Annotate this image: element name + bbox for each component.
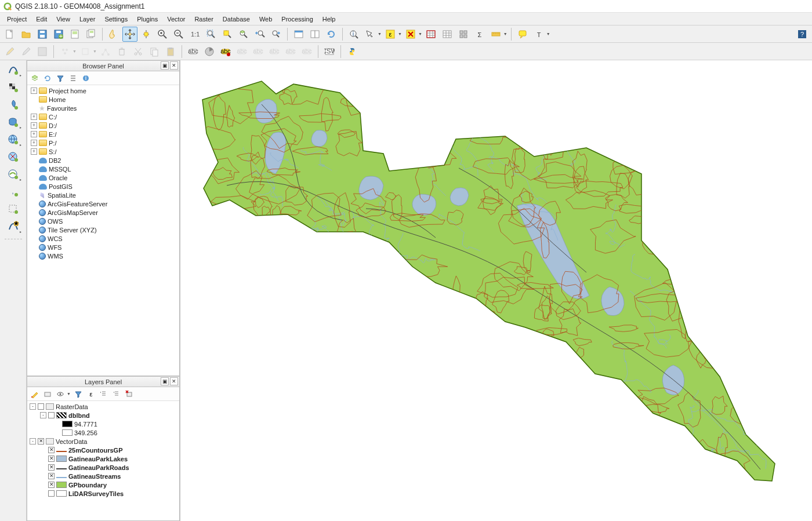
move-label-button[interactable]: abc <box>267 44 282 59</box>
dropdown-arrow-icon[interactable]: ▼ <box>546 32 550 36</box>
add-wms-layer-button[interactable]: ▸ <box>6 132 21 147</box>
field-calculator-button[interactable] <box>440 27 455 42</box>
python-console-button[interactable] <box>345 44 360 59</box>
close-panel-button[interactable]: ✕ <box>170 61 178 70</box>
properties-icon[interactable]: i <box>81 73 91 83</box>
layer-group[interactable]: -✕VectorData <box>28 437 178 446</box>
add-wcs-layer-button[interactable] <box>6 150 21 165</box>
zoom-in-button[interactable] <box>155 27 170 42</box>
help-button[interactable]: ? <box>795 27 810 42</box>
pin-labels-button[interactable]: abc <box>234 44 249 59</box>
browser-item[interactable]: +C:/ <box>28 112 178 121</box>
browser-item[interactable]: Home <box>28 95 178 104</box>
toggle-edit-button[interactable] <box>19 44 34 59</box>
refresh-button[interactable] <box>324 27 339 42</box>
layer-item[interactable]: -dblbnd <box>28 411 178 420</box>
pan-button[interactable] <box>122 27 137 42</box>
layer-item[interactable]: ✕GPboundary <box>28 480 178 489</box>
dropdown-arrow-icon[interactable]: ▼ <box>418 32 422 36</box>
undock-panel-button[interactable]: ▣ <box>161 61 169 70</box>
expand-toggle[interactable]: - <box>40 412 46 418</box>
close-panel-button[interactable]: ✕ <box>170 377 178 385</box>
menu-view[interactable]: View <box>52 14 75 24</box>
pan-to-selection-button[interactable] <box>139 27 154 42</box>
rotate-label-button[interactable]: abc <box>283 44 298 59</box>
browser-item[interactable]: +D:/ <box>28 121 178 130</box>
browser-item[interactable]: ArcGisFeatureServer <box>28 199 178 208</box>
add-wfs-layer-button[interactable]: ▸ <box>6 167 21 182</box>
composer-manager-button[interactable] <box>84 27 99 42</box>
layer-item[interactable]: ✕GatineauParkLakes <box>28 454 178 463</box>
expression-filter-icon[interactable]: ε <box>86 389 96 399</box>
zoom-next-button[interactable] <box>269 27 284 42</box>
deselect-button[interactable] <box>403 27 418 42</box>
layer-item[interactable]: ✕GatineauStreams <box>28 472 178 480</box>
change-label-button[interactable]: abc <box>299 44 314 59</box>
browser-item[interactable]: ArcGisMapServer <box>28 208 178 217</box>
menu-processing[interactable]: Processing <box>277 14 317 24</box>
save-as-button[interactable]: + <box>51 27 66 42</box>
label-highlight-button[interactable]: abc <box>218 44 233 59</box>
text-annotation-button[interactable]: T <box>531 27 546 42</box>
layer-checkbox[interactable] <box>38 403 44 410</box>
add-delimited-layer-button[interactable]: , <box>6 184 21 199</box>
filter-legend-icon[interactable] <box>73 389 84 399</box>
diagram-button[interactable] <box>202 44 217 59</box>
move-feature-button[interactable] <box>78 44 93 59</box>
add-vector-layer-button[interactable]: ▸ <box>6 63 21 78</box>
layer-item[interactable]: LiDARSurveyTiles <box>28 489 178 498</box>
browser-item[interactable]: Tile Server (XYZ) <box>28 225 178 234</box>
manage-visibility-icon[interactable] <box>55 389 66 399</box>
layer-checkbox[interactable]: ✕ <box>48 447 55 453</box>
zoom-full-button[interactable] <box>204 27 219 42</box>
layer-styling-icon[interactable] <box>30 389 40 399</box>
zoom-selection-button[interactable] <box>220 27 235 42</box>
collapse-all-icon[interactable] <box>68 73 78 83</box>
map-tips-button[interactable] <box>515 27 530 42</box>
select-features-button[interactable] <box>362 27 378 42</box>
layer-checkbox[interactable]: ✕ <box>48 473 55 479</box>
menu-settings[interactable]: Settings <box>100 14 132 24</box>
browser-item[interactable]: +S:/ <box>28 147 178 156</box>
add-feature-button[interactable] <box>57 44 72 59</box>
browser-item[interactable]: WFS <box>28 243 178 252</box>
layer-item[interactable]: ✕GatineauParkRoads <box>28 463 178 472</box>
menu-help[interactable]: Help <box>318 14 340 24</box>
select-expression-button[interactable]: ε <box>383 27 398 42</box>
expand-toggle[interactable]: - <box>30 403 36 410</box>
label-toolbar-button[interactable]: abc <box>186 44 201 59</box>
layer-group[interactable]: -RasterData <box>28 402 178 411</box>
layer-checkbox[interactable]: ✕ <box>48 464 55 471</box>
save-project-button[interactable] <box>35 27 50 42</box>
browser-item[interactable]: MSSQL <box>28 165 178 173</box>
browser-tree[interactable]: +Project homeHome★Favourites+C:/+D:/+E:/… <box>27 85 179 376</box>
menu-raster[interactable]: Raster <box>190 14 217 24</box>
menu-database[interactable]: Database <box>218 14 255 24</box>
browser-panel-header[interactable]: Browser Panel ▣ ✕ <box>27 61 179 71</box>
dropdown-arrow-icon[interactable]: ▼ <box>378 32 382 36</box>
zoom-native-button[interactable]: 1:1 <box>187 27 202 42</box>
add-group-icon[interactable] <box>42 389 53 399</box>
identify-button[interactable]: i <box>346 27 361 42</box>
layers-panel-header[interactable]: Layers Panel ▣ ✕ <box>27 377 179 387</box>
zoom-layer-button[interactable] <box>236 27 251 42</box>
dropdown-arrow-icon[interactable]: ▼ <box>93 49 97 53</box>
browser-item[interactable]: OWS <box>28 217 178 225</box>
copy-button[interactable] <box>147 44 162 59</box>
browser-item[interactable]: Oracle <box>28 173 178 182</box>
add-layer-icon[interactable] <box>30 73 40 83</box>
add-raster-layer-button[interactable] <box>6 80 21 95</box>
show-hide-labels-button[interactable]: abc <box>251 44 266 59</box>
new-shapefile-layer-button[interactable]: ★▸ <box>6 219 21 234</box>
add-virtual-layer-button[interactable] <box>6 202 21 217</box>
layer-checkbox[interactable]: ✕ <box>48 456 55 462</box>
statistics-button[interactable]: Σ <box>472 27 487 42</box>
expand-all-icon[interactable] <box>99 389 109 399</box>
refresh-icon[interactable] <box>42 73 53 83</box>
layer-item[interactable]: ✕25mCountoursGP <box>28 446 178 454</box>
browser-item[interactable]: +P:/ <box>28 139 178 147</box>
new-print-composer-button[interactable] <box>67 27 82 42</box>
processing-toolbox-button[interactable] <box>456 27 471 42</box>
dropdown-arrow-icon[interactable]: ▼ <box>67 392 71 396</box>
layer-checkbox[interactable] <box>48 412 55 418</box>
